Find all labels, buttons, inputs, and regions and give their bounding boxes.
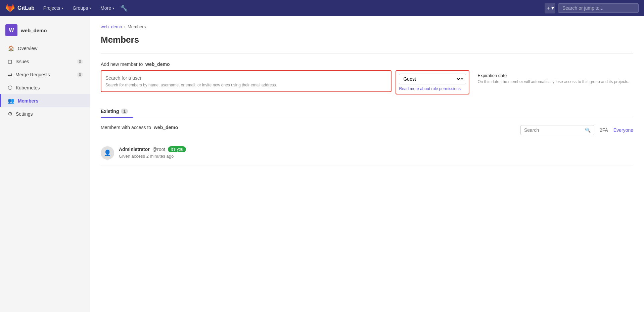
search-user-box: Search for members by name, username, or… — [101, 70, 392, 92]
twofa-label[interactable]: 2FA — [600, 127, 608, 133]
navbar-actions: ＋▾ — [545, 3, 639, 13]
project-avatar: W — [5, 24, 17, 36]
breadcrumb: web_demo › Members — [101, 24, 633, 29]
sidebar-item-kubernetes[interactable]: ⬡ Kubernetes — [0, 81, 90, 94]
members-search-input[interactable] — [524, 127, 583, 133]
nav-more[interactable]: More ▾ — [97, 3, 118, 13]
member-list: 👤 Administrator @root It's you Given acc… — [101, 141, 633, 165]
page-title: Members — [101, 35, 633, 45]
issues-icon: ◻ — [8, 58, 12, 65]
role-select-wrapper: Guest Reporter Developer Maintainer Owne… — [399, 74, 466, 84]
merge-requests-badge: 0 — [77, 72, 83, 77]
members-project-name: web_demo — [154, 125, 178, 130]
main-content: web_demo › Members Members Add new membe… — [90, 16, 644, 312]
member-name-row: Administrator @root It's you — [119, 146, 633, 152]
avatar: 👤 — [101, 146, 114, 160]
sidebar: W web_demo 🏠 Overview ◻ Issues 0 ⇄ Merge… — [0, 16, 90, 312]
brand[interactable]: GitLab — [5, 3, 35, 13]
title-divider — [101, 53, 633, 53]
home-icon: 🏠 — [8, 45, 14, 51]
existing-tab-count: 1 — [121, 109, 128, 114]
chevron-down-icon: ▾ — [461, 77, 463, 81]
svg-marker-6 — [12, 4, 14, 6]
role-box: Guest Reporter Developer Maintainer Owne… — [396, 70, 469, 94]
expiry-box: Expiration date On this date, the member… — [473, 70, 633, 87]
svg-marker-3 — [6, 4, 8, 6]
gitlab-logo-icon — [5, 3, 15, 13]
members-with-access-label: Members with access to web_demo — [101, 125, 178, 130]
chevron-down-icon: ▾ — [61, 6, 63, 10]
member-info: Administrator @root It's you Given acces… — [119, 146, 633, 159]
read-more-link[interactable]: Read more about role permissions — [399, 86, 466, 91]
sidebar-project-header: W web_demo — [0, 22, 90, 42]
merge-requests-icon: ⇄ — [8, 71, 12, 78]
nav-projects[interactable]: Projects ▾ — [40, 3, 67, 13]
existing-tabs: Existing 1 — [101, 105, 633, 118]
wrench-icon[interactable]: 🔧 — [120, 4, 128, 12]
add-member-row: Search for members by name, username, or… — [101, 70, 633, 94]
settings-icon: ⚙ — [8, 111, 12, 117]
nav-groups[interactable]: Groups ▾ — [69, 3, 94, 13]
top-navbar: GitLab Projects ▾ Groups ▾ More ▾ 🔧 ＋▾ — [0, 0, 644, 16]
members-search-box: 🔍 — [520, 125, 594, 135]
breadcrumb-project-link[interactable]: web_demo — [101, 24, 122, 29]
chevron-down-icon: ▾ — [89, 6, 91, 10]
add-member-label: Add new member to web_demo — [101, 62, 633, 67]
add-member-project: web_demo — [145, 62, 170, 67]
tab-existing[interactable]: Existing 1 — [101, 105, 133, 118]
table-row: 👤 Administrator @root It's you Given acc… — [101, 141, 633, 165]
sidebar-item-members[interactable]: 👥 Members — [0, 94, 90, 107]
search-user-hint: Search for members by name, username, or… — [105, 83, 387, 87]
sidebar-item-overview[interactable]: 🏠 Overview — [0, 42, 90, 55]
breadcrumb-separator: › — [124, 24, 126, 29]
its-you-badge: It's you — [168, 146, 186, 152]
sidebar-item-settings[interactable]: ⚙ Settings — [0, 107, 90, 120]
members-icon: 👥 — [8, 98, 14, 104]
breadcrumb-current: Members — [128, 24, 146, 29]
global-search-input[interactable] — [558, 3, 639, 13]
everyone-label[interactable]: Everyone — [613, 127, 633, 133]
project-name: web_demo — [21, 28, 47, 33]
expiry-hint: On this date, the member will automatica… — [477, 79, 629, 84]
search-icon: 🔍 — [585, 127, 591, 133]
sidebar-item-issues[interactable]: ◻ Issues 0 — [0, 55, 90, 68]
member-name: Administrator — [119, 147, 150, 152]
brand-label: GitLab — [17, 5, 35, 11]
search-user-input[interactable] — [105, 75, 387, 81]
issues-badge: 0 — [77, 59, 83, 64]
sidebar-item-merge-requests[interactable]: ⇄ Merge Requests 0 — [0, 68, 90, 81]
member-time: Given access 2 minutes ago — [119, 154, 633, 159]
new-item-button[interactable]: ＋▾ — [545, 3, 555, 13]
role-select[interactable]: Guest Reporter Developer Maintainer Owne… — [402, 76, 461, 82]
chevron-down-icon: ▾ — [112, 6, 114, 10]
kubernetes-icon: ⬡ — [8, 84, 12, 91]
expiry-label: Expiration date — [477, 73, 629, 78]
member-username: @root — [152, 147, 165, 152]
